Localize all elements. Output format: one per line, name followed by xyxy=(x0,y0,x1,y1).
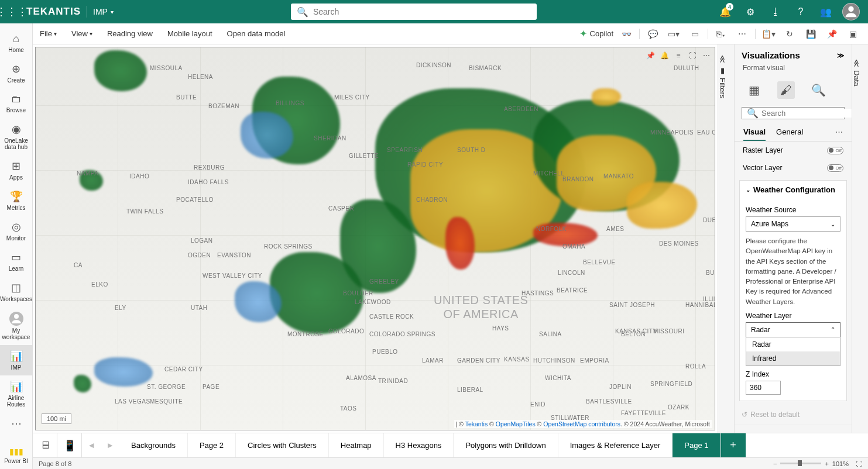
zindex-input[interactable] xyxy=(746,381,781,395)
nav-home[interactable]: ⌂Home xyxy=(0,28,33,58)
format-search[interactable]: 🔍 xyxy=(742,107,845,119)
notifications-icon[interactable]: 🔔4 xyxy=(714,0,736,23)
city-label: SALINA xyxy=(539,331,562,337)
desktop-view-icon[interactable]: 🖥 xyxy=(33,433,57,458)
attrib-link[interactable]: OpenStreetMap contributors xyxy=(543,420,620,427)
save-icon[interactable]: 💾 xyxy=(802,26,819,42)
pin-icon[interactable]: 📌 xyxy=(824,26,840,42)
nav-monitor[interactable]: ◎Monitor xyxy=(0,216,33,246)
weather-source-label: Weather Source xyxy=(746,206,840,214)
fit-page-icon[interactable]: ⛶ xyxy=(856,460,862,467)
bell-icon[interactable]: 🔔 xyxy=(658,49,671,62)
page-tab[interactable]: H3 Hexagons xyxy=(384,433,454,458)
nav-more[interactable]: ⋯ xyxy=(0,412,33,434)
page-next-icon[interactable]: ▶ xyxy=(101,433,119,458)
settings-icon[interactable]: ⚙ xyxy=(739,0,761,23)
ribbon-mobile-layout[interactable]: Mobile layout xyxy=(167,29,212,38)
city-label: SPEARFISH xyxy=(387,147,423,153)
view-icon[interactable]: ▭ xyxy=(687,26,703,42)
page-indicator: Page 8 of 8 xyxy=(39,460,71,467)
tab-visual[interactable]: Visual xyxy=(743,127,766,141)
copilot-button[interactable]: ✦ Copilot xyxy=(579,28,613,39)
raster-toggle[interactable]: Off xyxy=(827,147,843,154)
more-icon[interactable]: ⋯ xyxy=(700,49,713,62)
vector-toggle[interactable]: Off xyxy=(827,164,843,172)
refresh-icon[interactable]: ↻ xyxy=(781,26,798,42)
nav-my-workspace[interactable]: My workspace xyxy=(0,307,33,345)
data-pane-collapsed[interactable]: ≪ Data xyxy=(852,44,868,433)
add-page-button[interactable]: + xyxy=(721,433,746,458)
divider xyxy=(87,6,87,18)
copy-icon[interactable]: ⎘▾ xyxy=(713,26,729,42)
nav-metrics[interactable]: 🏆Metrics xyxy=(0,185,33,216)
analytics-icon[interactable]: 🔍 xyxy=(809,81,827,99)
page-tab[interactable]: Circles with Clusters xyxy=(236,433,329,458)
page-tab[interactable]: Backgrounds xyxy=(119,433,188,458)
more-icon[interactable]: ⋯ xyxy=(734,26,750,42)
city-label: ST. GEORGE xyxy=(147,384,186,390)
filter-icon[interactable]: ≡ xyxy=(672,49,685,62)
page-tab[interactable]: Polygons with Drilldown xyxy=(454,433,558,458)
search-input[interactable] xyxy=(313,7,531,16)
page-tab[interactable]: Page 1 xyxy=(673,433,721,458)
nav-airline-routes[interactable]: 📊Airline Routes xyxy=(0,375,33,412)
filters-pane-collapsed[interactable]: ≪ ▮ Filters xyxy=(718,44,735,433)
tab-more-icon[interactable]: ⋯ xyxy=(835,127,843,141)
nav-create[interactable]: ⊕Create xyxy=(0,58,33,88)
user-avatar[interactable] xyxy=(840,0,862,23)
workspace-selector[interactable]: IMP ▾ xyxy=(93,7,114,16)
mobile-view-icon[interactable]: 📱 xyxy=(57,433,82,458)
help-icon[interactable]: ? xyxy=(790,0,812,23)
nav-workspaces[interactable]: ◫Workspaces xyxy=(0,277,33,307)
pin-icon[interactable]: 📌 xyxy=(644,49,657,62)
nav-browse[interactable]: 🗀Browse xyxy=(0,88,33,118)
zoom-value: 101% xyxy=(832,460,849,467)
paste-icon[interactable]: 📋▾ xyxy=(760,26,777,42)
app-launcher-icon[interactable]: ⋮⋮⋮ xyxy=(0,0,23,23)
explore-icon[interactable]: 👓 xyxy=(618,26,634,42)
fields-icon[interactable]: ▦ xyxy=(745,81,763,99)
format-icon[interactable]: 🖌 xyxy=(777,81,795,99)
nav-onelake[interactable]: ◉OneLake data hub xyxy=(0,118,33,155)
ribbon-view[interactable]: View ▾ xyxy=(71,29,92,38)
zoom-in-button[interactable]: + xyxy=(825,460,828,467)
collapse-icon[interactable]: ≫ xyxy=(837,51,845,60)
nav-imp[interactable]: 📊IMP xyxy=(0,345,33,375)
download-icon[interactable]: ⭳ xyxy=(764,0,787,23)
weather-section-header[interactable]: ⌄ Weather Configuration xyxy=(740,181,846,199)
attrib-link[interactable]: Tekantis xyxy=(465,420,488,427)
ribbon-file[interactable]: File ▾ xyxy=(40,29,57,38)
ribbon-reading-view[interactable]: Reading view xyxy=(107,29,153,38)
search-box[interactable]: 🔍 xyxy=(291,4,537,20)
city-label: BRANDON xyxy=(562,176,594,182)
chevron-down-icon: ▾ xyxy=(90,30,92,37)
ribbon-open-data-model[interactable]: Open data model xyxy=(227,29,286,38)
page-prev-icon[interactable]: ◀ xyxy=(82,433,101,458)
format-search-input[interactable] xyxy=(761,109,852,118)
option-infrared[interactable]: Infrared xyxy=(746,351,840,365)
weather-source-dropdown[interactable]: Azure Maps ⌄ xyxy=(746,216,840,232)
attrib-link[interactable]: OpenMapTiles xyxy=(496,420,536,427)
focus-icon[interactable]: ⛶ xyxy=(686,49,699,62)
weather-layer-dropdown[interactable]: Radar ⌃ xyxy=(746,322,840,337)
zoom-out-button[interactable]: − xyxy=(773,460,777,467)
section-data-layers[interactable]: ›Data Layers xyxy=(735,425,852,433)
comment-icon[interactable]: 💬 xyxy=(644,26,661,42)
page-tab[interactable]: Images & Reference Layer xyxy=(558,433,673,458)
page-tab[interactable]: Page 2 xyxy=(188,433,236,458)
zoom-slider[interactable] xyxy=(780,463,821,464)
map-visual[interactable]: DICKINSONBISMARCKDULUTHMISSOULAHELENABUT… xyxy=(35,47,715,430)
nav-apps[interactable]: ⊞Apps xyxy=(0,155,33,185)
page-tab[interactable]: Heatmap xyxy=(329,433,384,458)
reset-to-default[interactable]: ↺ Reset to default xyxy=(735,405,852,425)
city-label: LAKEWOOD xyxy=(355,299,391,305)
report-canvas[interactable]: DICKINSONBISMARCKDULUTHMISSOULAHELENABUT… xyxy=(33,44,718,433)
bookmarks-icon[interactable]: ▭▾ xyxy=(665,26,682,42)
teams-icon[interactable]: ▣ xyxy=(845,26,861,42)
nav-learn[interactable]: ▭Learn xyxy=(0,246,33,277)
people-icon[interactable]: 👥 xyxy=(815,0,837,23)
nav-powerbi[interactable]: ▮▮▮Power BI xyxy=(0,442,33,469)
option-radar[interactable]: Radar xyxy=(746,337,840,351)
tab-general[interactable]: General xyxy=(776,127,803,141)
city-label: CASPER xyxy=(328,205,354,212)
